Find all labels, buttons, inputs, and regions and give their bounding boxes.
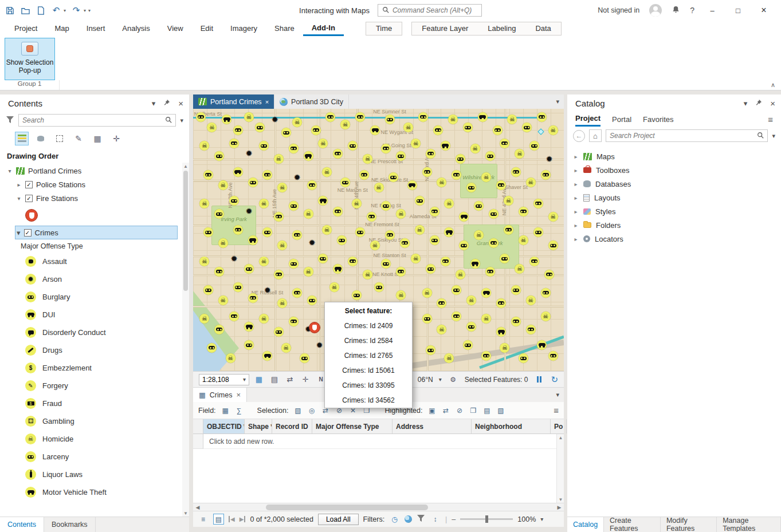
crime-marker[interactable] [456, 154, 465, 164]
crime-marker[interactable] [459, 241, 469, 250]
crime-marker[interactable] [441, 141, 450, 151]
crime-marker[interactable]: ☠ [199, 314, 209, 324]
catalog-search[interactable] [606, 129, 768, 142]
crime-marker[interactable]: ☠ [281, 343, 291, 353]
crime-marker[interactable] [333, 149, 343, 159]
view-tab-portland-3d-city[interactable]: Portland 3D City [274, 94, 349, 109]
crime-marker[interactable]: ☠ [422, 288, 432, 298]
last-record-icon[interactable] [240, 516, 246, 522]
crime-marker[interactable] [489, 238, 499, 248]
crime-marker[interactable] [441, 257, 450, 266]
panel-tab-catalog[interactable]: Catalog [567, 517, 604, 532]
legend-item-dui[interactable]: DUI [0, 306, 189, 324]
legend-item-gambling[interactable]: ⚃Gambling [0, 412, 189, 430]
extent-filter-icon[interactable] [405, 515, 412, 523]
crime-marker[interactable] [519, 353, 528, 363]
crime-marker[interactable] [233, 125, 243, 135]
crime-marker[interactable] [485, 267, 495, 277]
crime-marker[interactable]: ☠ [500, 343, 509, 353]
crime-marker[interactable]: ☠ [448, 115, 458, 124]
crime-marker[interactable] [374, 282, 384, 292]
crime-marker[interactable] [548, 241, 558, 250]
scroll-down-icon[interactable]: ▼ [557, 496, 564, 503]
crime-marker[interactable] [504, 225, 513, 235]
expand-icon[interactable] [16, 182, 22, 188]
crime-marker[interactable]: ☠ [322, 225, 332, 235]
view-tab-portland-crimes[interactable]: Portland Crimes× [193, 94, 274, 109]
crime-marker[interactable] [496, 298, 506, 308]
crime-marker[interactable]: ☠ [218, 238, 228, 248]
crime-marker[interactable] [452, 312, 461, 321]
crime-marker[interactable] [214, 151, 224, 161]
crime-marker[interactable] [359, 170, 369, 180]
crime-marker[interactable]: ☠ [318, 139, 328, 148]
legend-item-fraud[interactable]: $Fraud [0, 395, 189, 412]
crime-marker[interactable] [304, 151, 313, 161]
crime-marker[interactable]: ☠ [207, 123, 217, 132]
sort-icon[interactable] [430, 514, 441, 525]
crime-marker[interactable]: ☠ [481, 314, 491, 324]
selection-table-icon[interactable] [253, 374, 265, 385]
crime-marker[interactable] [485, 151, 495, 161]
list-by-drawing-order-icon[interactable] [15, 132, 29, 145]
contents-search-input[interactable] [22, 116, 162, 124]
crime-marker[interactable] [541, 288, 551, 298]
crime-marker[interactable] [203, 227, 213, 237]
crime-marker[interactable]: ☠ [526, 178, 536, 187]
avatar[interactable] [649, 4, 662, 17]
crime-marker[interactable] [415, 196, 425, 206]
ribbon-tab-share[interactable]: Share [266, 21, 303, 36]
crime-marker[interactable]: ☠ [277, 298, 287, 308]
catalog-tab-favorites[interactable]: Favorites [643, 112, 673, 127]
layer-portland-crimes[interactable]: Portland Crimes [0, 164, 189, 178]
scroll-up-icon[interactable]: ▲ [182, 163, 189, 170]
pause-drawing-button[interactable] [533, 374, 545, 385]
crime-marker[interactable] [533, 199, 543, 208]
crime-marker[interactable] [367, 212, 376, 222]
crime-marker[interactable] [478, 112, 488, 122]
crime-marker[interactable]: ☠ [370, 241, 380, 250]
crime-marker[interactable]: ☠ [415, 225, 425, 235]
panel-tab-manage-templates[interactable]: Manage Templates [717, 517, 781, 532]
select-by-attributes-icon[interactable] [292, 405, 303, 416]
crime-marker[interactable]: ☠ [504, 196, 513, 206]
crime-marker[interactable] [470, 259, 480, 269]
crime-marker[interactable] [352, 290, 362, 300]
highlight-icon[interactable] [427, 405, 438, 416]
catalog-item-maps[interactable]: Maps [567, 149, 781, 163]
crime-marker[interactable]: ☠ [329, 282, 339, 292]
legend-item-larceny[interactable]: Larceny [0, 448, 189, 466]
crime-marker[interactable]: ☠ [304, 267, 313, 277]
crime-marker[interactable]: ☠ [470, 144, 480, 153]
crime-marker[interactable] [433, 125, 443, 135]
table-tab-crimes[interactable]: Crimes [193, 388, 247, 402]
catalog-item-locators[interactable]: Locators [567, 232, 781, 246]
filter-icon[interactable] [6, 116, 14, 125]
crime-marker[interactable]: ☠ [396, 290, 406, 300]
scroll-up-icon[interactable]: ▲ [557, 434, 564, 441]
swap-icon[interactable] [284, 374, 296, 385]
layer-crimes[interactable]: ✓ Crimes [15, 226, 178, 239]
list-by-editing-icon[interactable] [72, 132, 85, 145]
crime-marker[interactable] [474, 201, 484, 211]
crime-marker[interactable] [289, 201, 299, 211]
crime-marker[interactable]: ✹ [544, 154, 554, 164]
ribbon-tab-time[interactable]: Time [366, 22, 402, 35]
crime-marker[interactable] [233, 282, 243, 292]
crime-marker[interactable] [430, 235, 439, 245]
view-tabs-menu-icon[interactable] [556, 94, 564, 109]
crime-marker[interactable] [463, 123, 473, 132]
show-selection-popup-button[interactable]: Show Selection Pop-up [5, 38, 55, 80]
chevron-right-icon[interactable] [573, 236, 579, 242]
crime-marker[interactable] [526, 325, 536, 334]
crime-marker[interactable] [318, 254, 328, 263]
collapse-ribbon-icon[interactable] [771, 81, 775, 89]
crime-marker[interactable] [229, 139, 239, 148]
panel-tab-contents[interactable]: Contents [0, 517, 44, 532]
crime-marker[interactable]: ☠ [199, 199, 209, 208]
panel-menu-icon[interactable] [152, 99, 156, 108]
legend-item-motor-vehicle-theft[interactable]: Motor Vehicle Theft [0, 483, 189, 501]
crime-marker[interactable]: ☠ [218, 295, 228, 305]
crime-marker[interactable] [426, 149, 435, 159]
table-tabs-menu-icon[interactable] [556, 388, 564, 402]
